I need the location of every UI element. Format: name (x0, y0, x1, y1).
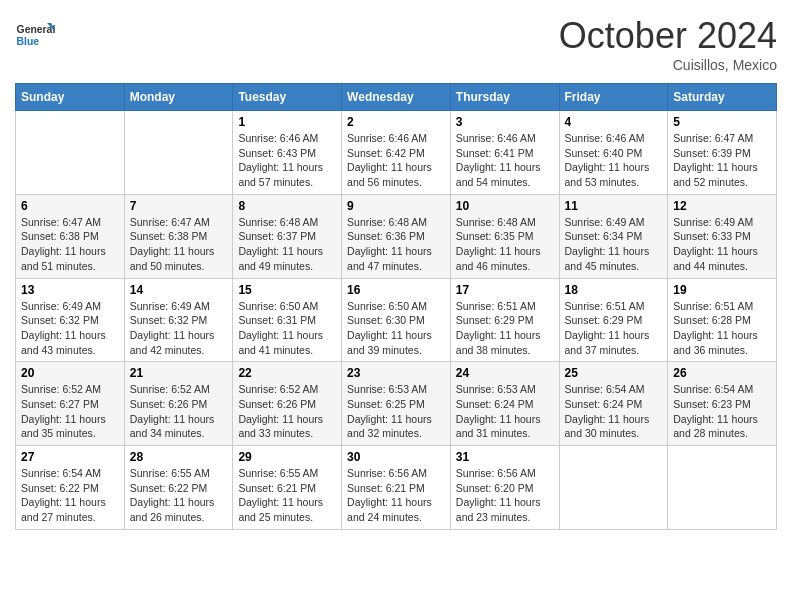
day-info: Sunrise: 6:53 AM Sunset: 6:24 PM Dayligh… (456, 382, 554, 441)
day-number: 9 (347, 199, 445, 213)
calendar-cell: 3Sunrise: 6:46 AM Sunset: 6:41 PM Daylig… (450, 111, 559, 195)
calendar-cell: 11Sunrise: 6:49 AM Sunset: 6:34 PM Dayli… (559, 194, 668, 278)
calendar-cell: 10Sunrise: 6:48 AM Sunset: 6:35 PM Dayli… (450, 194, 559, 278)
day-info: Sunrise: 6:49 AM Sunset: 6:34 PM Dayligh… (565, 215, 663, 274)
day-info: Sunrise: 6:46 AM Sunset: 6:42 PM Dayligh… (347, 131, 445, 190)
day-number: 20 (21, 366, 119, 380)
weekday-header: Thursday (450, 84, 559, 111)
day-number: 17 (456, 283, 554, 297)
day-info: Sunrise: 6:47 AM Sunset: 6:39 PM Dayligh… (673, 131, 771, 190)
calendar-cell: 25Sunrise: 6:54 AM Sunset: 6:24 PM Dayli… (559, 362, 668, 446)
day-info: Sunrise: 6:47 AM Sunset: 6:38 PM Dayligh… (21, 215, 119, 274)
location-subtitle: Cuisillos, Mexico (559, 57, 777, 73)
day-info: Sunrise: 6:55 AM Sunset: 6:22 PM Dayligh… (130, 466, 228, 525)
day-number: 4 (565, 115, 663, 129)
calendar-cell: 14Sunrise: 6:49 AM Sunset: 6:32 PM Dayli… (124, 278, 233, 362)
day-number: 31 (456, 450, 554, 464)
calendar-cell (16, 111, 125, 195)
day-number: 7 (130, 199, 228, 213)
weekday-header: Tuesday (233, 84, 342, 111)
calendar-cell: 7Sunrise: 6:47 AM Sunset: 6:38 PM Daylig… (124, 194, 233, 278)
day-number: 10 (456, 199, 554, 213)
day-number: 18 (565, 283, 663, 297)
day-number: 23 (347, 366, 445, 380)
calendar-week-row: 27Sunrise: 6:54 AM Sunset: 6:22 PM Dayli… (16, 446, 777, 530)
day-number: 24 (456, 366, 554, 380)
calendar-cell: 4Sunrise: 6:46 AM Sunset: 6:40 PM Daylig… (559, 111, 668, 195)
day-number: 19 (673, 283, 771, 297)
day-info: Sunrise: 6:52 AM Sunset: 6:26 PM Dayligh… (130, 382, 228, 441)
logo: General Blue (15, 15, 60, 55)
weekday-header: Friday (559, 84, 668, 111)
day-number: 25 (565, 366, 663, 380)
calendar-cell: 27Sunrise: 6:54 AM Sunset: 6:22 PM Dayli… (16, 446, 125, 530)
calendar-cell: 13Sunrise: 6:49 AM Sunset: 6:32 PM Dayli… (16, 278, 125, 362)
day-info: Sunrise: 6:53 AM Sunset: 6:25 PM Dayligh… (347, 382, 445, 441)
calendar-cell: 21Sunrise: 6:52 AM Sunset: 6:26 PM Dayli… (124, 362, 233, 446)
month-title: October 2024 (559, 15, 777, 57)
calendar-cell: 9Sunrise: 6:48 AM Sunset: 6:36 PM Daylig… (342, 194, 451, 278)
calendar-cell (124, 111, 233, 195)
calendar-cell (668, 446, 777, 530)
calendar-cell: 28Sunrise: 6:55 AM Sunset: 6:22 PM Dayli… (124, 446, 233, 530)
weekday-header: Monday (124, 84, 233, 111)
day-number: 12 (673, 199, 771, 213)
day-info: Sunrise: 6:50 AM Sunset: 6:31 PM Dayligh… (238, 299, 336, 358)
day-info: Sunrise: 6:47 AM Sunset: 6:38 PM Dayligh… (130, 215, 228, 274)
day-number: 30 (347, 450, 445, 464)
calendar-cell: 26Sunrise: 6:54 AM Sunset: 6:23 PM Dayli… (668, 362, 777, 446)
day-info: Sunrise: 6:51 AM Sunset: 6:29 PM Dayligh… (565, 299, 663, 358)
calendar-cell: 30Sunrise: 6:56 AM Sunset: 6:21 PM Dayli… (342, 446, 451, 530)
calendar-cell: 17Sunrise: 6:51 AM Sunset: 6:29 PM Dayli… (450, 278, 559, 362)
weekday-header: Wednesday (342, 84, 451, 111)
day-number: 1 (238, 115, 336, 129)
calendar-week-row: 13Sunrise: 6:49 AM Sunset: 6:32 PM Dayli… (16, 278, 777, 362)
day-number: 21 (130, 366, 228, 380)
calendar-table: SundayMondayTuesdayWednesdayThursdayFrid… (15, 83, 777, 530)
day-info: Sunrise: 6:49 AM Sunset: 6:32 PM Dayligh… (130, 299, 228, 358)
day-number: 22 (238, 366, 336, 380)
page-header: General Blue October 2024 Cuisillos, Mex… (15, 15, 777, 73)
day-info: Sunrise: 6:54 AM Sunset: 6:22 PM Dayligh… (21, 466, 119, 525)
calendar-cell: 24Sunrise: 6:53 AM Sunset: 6:24 PM Dayli… (450, 362, 559, 446)
calendar-cell: 19Sunrise: 6:51 AM Sunset: 6:28 PM Dayli… (668, 278, 777, 362)
day-number: 5 (673, 115, 771, 129)
day-info: Sunrise: 6:50 AM Sunset: 6:30 PM Dayligh… (347, 299, 445, 358)
calendar-cell: 5Sunrise: 6:47 AM Sunset: 6:39 PM Daylig… (668, 111, 777, 195)
day-info: Sunrise: 6:49 AM Sunset: 6:32 PM Dayligh… (21, 299, 119, 358)
day-info: Sunrise: 6:46 AM Sunset: 6:40 PM Dayligh… (565, 131, 663, 190)
day-info: Sunrise: 6:51 AM Sunset: 6:28 PM Dayligh… (673, 299, 771, 358)
calendar-cell: 23Sunrise: 6:53 AM Sunset: 6:25 PM Dayli… (342, 362, 451, 446)
day-number: 29 (238, 450, 336, 464)
weekday-header-row: SundayMondayTuesdayWednesdayThursdayFrid… (16, 84, 777, 111)
calendar-cell: 29Sunrise: 6:55 AM Sunset: 6:21 PM Dayli… (233, 446, 342, 530)
calendar-week-row: 20Sunrise: 6:52 AM Sunset: 6:27 PM Dayli… (16, 362, 777, 446)
svg-text:Blue: Blue (17, 36, 40, 47)
day-info: Sunrise: 6:48 AM Sunset: 6:36 PM Dayligh… (347, 215, 445, 274)
calendar-cell (559, 446, 668, 530)
day-number: 6 (21, 199, 119, 213)
calendar-cell: 12Sunrise: 6:49 AM Sunset: 6:33 PM Dayli… (668, 194, 777, 278)
day-info: Sunrise: 6:56 AM Sunset: 6:21 PM Dayligh… (347, 466, 445, 525)
day-info: Sunrise: 6:55 AM Sunset: 6:21 PM Dayligh… (238, 466, 336, 525)
day-info: Sunrise: 6:52 AM Sunset: 6:27 PM Dayligh… (21, 382, 119, 441)
weekday-header: Sunday (16, 84, 125, 111)
day-info: Sunrise: 6:52 AM Sunset: 6:26 PM Dayligh… (238, 382, 336, 441)
day-number: 8 (238, 199, 336, 213)
calendar-cell: 18Sunrise: 6:51 AM Sunset: 6:29 PM Dayli… (559, 278, 668, 362)
day-info: Sunrise: 6:56 AM Sunset: 6:20 PM Dayligh… (456, 466, 554, 525)
day-info: Sunrise: 6:51 AM Sunset: 6:29 PM Dayligh… (456, 299, 554, 358)
calendar-cell: 6Sunrise: 6:47 AM Sunset: 6:38 PM Daylig… (16, 194, 125, 278)
title-block: October 2024 Cuisillos, Mexico (559, 15, 777, 73)
calendar-cell: 1Sunrise: 6:46 AM Sunset: 6:43 PM Daylig… (233, 111, 342, 195)
calendar-week-row: 6Sunrise: 6:47 AM Sunset: 6:38 PM Daylig… (16, 194, 777, 278)
calendar-cell: 2Sunrise: 6:46 AM Sunset: 6:42 PM Daylig… (342, 111, 451, 195)
calendar-cell: 31Sunrise: 6:56 AM Sunset: 6:20 PM Dayli… (450, 446, 559, 530)
weekday-header: Saturday (668, 84, 777, 111)
day-number: 27 (21, 450, 119, 464)
calendar-cell: 16Sunrise: 6:50 AM Sunset: 6:30 PM Dayli… (342, 278, 451, 362)
day-number: 13 (21, 283, 119, 297)
day-number: 16 (347, 283, 445, 297)
calendar-cell: 20Sunrise: 6:52 AM Sunset: 6:27 PM Dayli… (16, 362, 125, 446)
day-info: Sunrise: 6:48 AM Sunset: 6:35 PM Dayligh… (456, 215, 554, 274)
